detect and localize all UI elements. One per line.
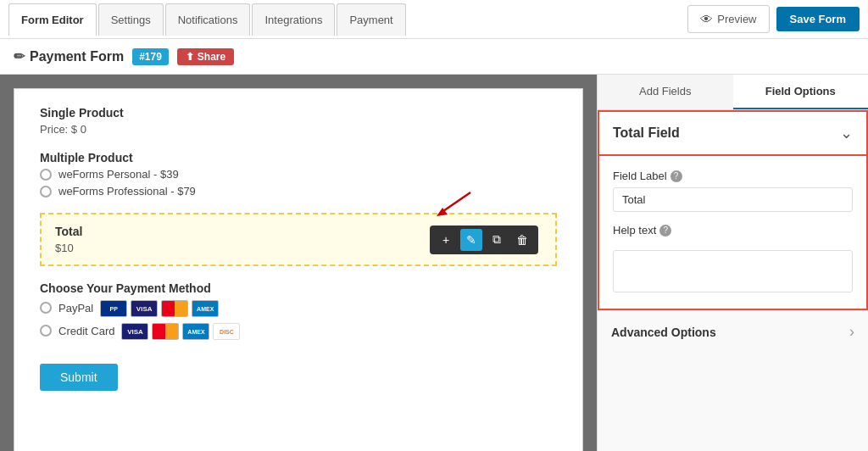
single-product-label: Single Product <box>40 106 557 120</box>
radio-circle-cc <box>40 325 52 337</box>
total-field[interactable]: Total $10 + ✎ ⧉ 🗑 <box>40 213 557 266</box>
paypal-icons: PP VISA AMEX <box>100 300 219 317</box>
credit-card-icons: VISA AMEX DISC <box>121 323 240 340</box>
panel-tabs: Add Fields Field Options <box>598 75 868 110</box>
main-layout: Single Product Price: $ 0 Multiple Produ… <box>0 75 868 451</box>
payment-method-label: Choose Your Payment Method <box>40 281 557 295</box>
paypal-option[interactable]: PayPal PP VISA AMEX <box>40 298 557 317</box>
canvas-area: Single Product Price: $ 0 Multiple Produ… <box>0 75 597 451</box>
total-field-section-header[interactable]: Total Field ⌄ <box>598 110 868 156</box>
top-nav-bar: Form Editor Settings Notifications Integ… <box>0 0 868 39</box>
radio-circle-paypal <box>40 302 52 314</box>
add-field-button[interactable]: + <box>435 229 457 251</box>
top-nav-actions: 👁 Preview Save Form <box>687 5 860 33</box>
svg-line-0 <box>441 192 470 213</box>
pencil-icon: ✏ <box>14 48 25 64</box>
field-label-input[interactable] <box>613 187 853 212</box>
delete-field-button[interactable]: 🗑 <box>511 229 533 251</box>
field-options-content: Total Field ⌄ Field Label ? Help text ? <box>598 110 868 451</box>
paypal-label: PayPal <box>58 302 93 315</box>
tab-add-fields[interactable]: Add Fields <box>598 75 733 109</box>
credit-card-label: Credit Card <box>58 325 114 337</box>
visa-cc-icon: VISA <box>121 323 148 340</box>
total-field-section-title: Total Field <box>613 125 680 141</box>
tab-payment[interactable]: Payment <box>337 3 405 36</box>
discover-icon: DISC <box>213 323 240 340</box>
submit-button[interactable]: Submit <box>40 364 118 391</box>
red-arrow-indicator <box>424 191 475 216</box>
tab-settings[interactable]: Settings <box>98 3 164 36</box>
advanced-options-label: Advanced Options <box>611 326 716 339</box>
visa-icon: VISA <box>131 300 158 317</box>
edit-field-button[interactable]: ✎ <box>460 229 482 251</box>
share-icon: ⬆ <box>186 51 194 63</box>
field-option-body: Field Label ? Help text ? <box>598 156 868 310</box>
radio-circle-1 <box>40 169 52 181</box>
chevron-right-icon: › <box>849 323 854 341</box>
amex-icon: AMEX <box>192 300 219 317</box>
tab-notifications[interactable]: Notifications <box>165 3 251 36</box>
mc-icon <box>161 300 188 317</box>
tab-field-options[interactable]: Field Options <box>733 75 869 109</box>
credit-card-option[interactable]: Credit Card VISA AMEX DISC <box>40 321 557 340</box>
form-title: ✏ Payment Form <box>14 48 124 64</box>
single-product-field: Single Product Price: $ 0 <box>40 106 557 136</box>
radio-circle-2 <box>40 186 52 198</box>
form-id-badge[interactable]: #179 <box>132 48 169 65</box>
preview-button[interactable]: 👁 Preview <box>687 5 769 33</box>
field-label-help-icon[interactable]: ? <box>670 170 682 182</box>
save-form-button[interactable]: Save Form <box>776 7 860 31</box>
payment-method-field: Choose Your Payment Method PayPal PP VIS… <box>40 281 557 340</box>
product-option-2-label: weForms Professional - $79 <box>58 185 196 198</box>
right-panel: Add Fields Field Options Total Field ⌄ F… <box>597 75 868 451</box>
help-text-input[interactable] <box>613 250 853 292</box>
multiple-product-label: Multiple Product <box>40 151 557 164</box>
paypal-icon: PP <box>100 300 127 317</box>
form-container: Single Product Price: $ 0 Multiple Produ… <box>14 88 583 451</box>
tab-form-editor[interactable]: Form Editor <box>8 3 97 36</box>
advanced-options-row[interactable]: Advanced Options › <box>598 310 868 353</box>
help-text-help-icon[interactable]: ? <box>659 225 671 237</box>
copy-field-button[interactable]: ⧉ <box>486 229 508 251</box>
help-text-section: Help text ? <box>613 224 853 295</box>
amex-cc-icon: AMEX <box>182 323 209 340</box>
field-label-label: Field Label ? <box>613 170 853 182</box>
sub-header: ✏ Payment Form #179 ⬆ Share <box>0 39 868 75</box>
field-toolbar: + ✎ ⧉ 🗑 <box>430 226 538 254</box>
share-button[interactable]: ⬆ Share <box>177 48 234 65</box>
product-option-2[interactable]: weForms Professional - $79 <box>40 185 557 198</box>
single-product-price: Price: $ 0 <box>40 123 557 136</box>
product-option-1-label: weForms Personal - $39 <box>58 168 179 181</box>
mastercard-icon <box>152 323 179 340</box>
multiple-product-field: Multiple Product weForms Personal - $39 … <box>40 151 557 198</box>
eye-icon: 👁 <box>700 12 713 26</box>
chevron-down-icon: ⌄ <box>840 124 853 142</box>
help-text-label: Help text ? <box>613 224 853 237</box>
tab-integrations[interactable]: Integrations <box>252 3 335 36</box>
product-option-1[interactable]: weForms Personal - $39 <box>40 168 557 181</box>
